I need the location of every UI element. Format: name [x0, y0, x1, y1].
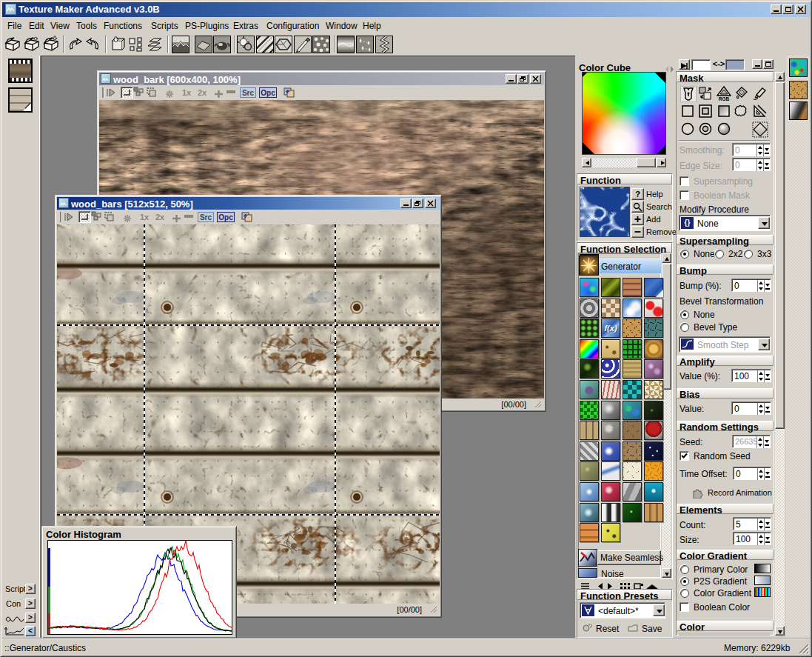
svg-text:RGB: RGB — [719, 96, 730, 101]
